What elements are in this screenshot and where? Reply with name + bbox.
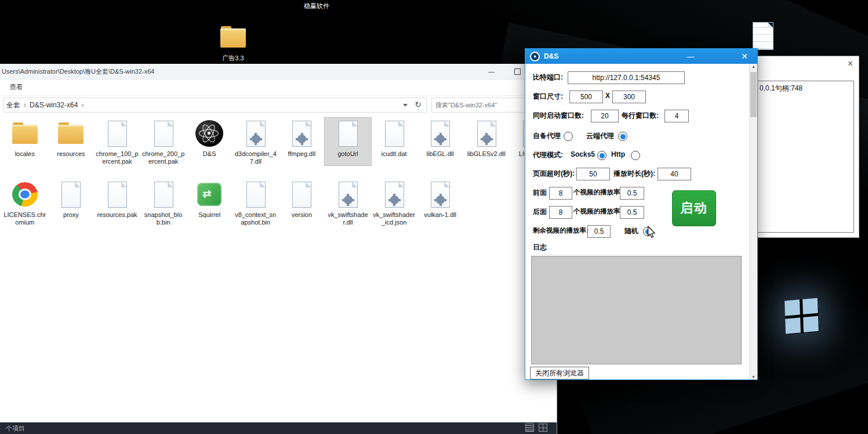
desktop-background: 广告3.3 稳赢软件 Users\Administrator\Desktop\撸… (0, 0, 868, 434)
dns-app-window: D&S — ✕ 比特端口: 窗口尺寸: X 同时启动窗口数: 每行窗口数: (525, 48, 758, 380)
document-icon (150, 180, 177, 209)
close-button[interactable]: ✕ (733, 49, 756, 64)
socks5-radio[interactable] (597, 151, 606, 160)
explorer-address-row: 全套 › D&S-win32-x64 › ↻ (0, 95, 557, 115)
folder-icon (11, 120, 39, 149)
explorer-title-path: Users\Administrator\Desktop\撸U全套\D&S-win… (2, 67, 154, 76)
scrollbar[interactable]: ▲ ▼ (749, 64, 757, 379)
minimize-button[interactable]: — (478, 64, 504, 79)
minimize-button[interactable]: — (679, 49, 702, 64)
scroll-down-icon[interactable]: ▼ (750, 375, 757, 379)
dns-titlebar[interactable]: D&S — ✕ (525, 49, 757, 64)
file-item[interactable]: version (279, 179, 325, 226)
port-input[interactable] (568, 71, 685, 84)
file-item[interactable]: v8_context_snapshot.bin (233, 179, 279, 226)
breadcrumb-root[interactable]: 全套 (6, 100, 20, 110)
desktop-icon-ad-folder[interactable]: 广告3.3 (215, 23, 252, 63)
gear-doc-icon (426, 120, 454, 149)
file-item[interactable]: locales (2, 118, 48, 165)
scroll-up-icon[interactable]: ▲ (750, 64, 757, 68)
front-rate-input[interactable] (620, 187, 644, 200)
desktop-icon-label-winsoft[interactable]: 稳赢软件 (304, 2, 329, 10)
mouse-cursor (647, 226, 656, 238)
document-icon (288, 180, 315, 209)
desktop-icon-text-doc[interactable] (744, 22, 782, 50)
file-label: resources (57, 150, 85, 158)
file-grid-row: LICENSES.chromium proxy resources.pak sn… (2, 179, 463, 226)
window-width-input[interactable] (569, 91, 603, 103)
file-item-selected[interactable]: gotoUrl (325, 118, 371, 165)
file-label: proxy (63, 211, 79, 219)
page-timeout-input[interactable] (576, 168, 610, 180)
remaining-rate-input[interactable] (587, 225, 611, 238)
play-duration-input[interactable] (658, 168, 691, 180)
file-item[interactable]: vk_swiftshader.dll (325, 179, 371, 226)
remaining-rate-label: 剩余视频的播放率: (533, 226, 589, 235)
file-item[interactable]: ffmpeg.dll (279, 118, 325, 165)
file-item[interactable]: D&S (186, 118, 233, 165)
file-label: Squirrel (198, 211, 220, 219)
cloud-proxy-radio[interactable] (618, 132, 627, 141)
file-grid-row: locales resources chrome_100_percent.pak… (2, 118, 555, 165)
random-label: 随机 (624, 226, 638, 236)
gear-doc-icon (334, 180, 362, 209)
window-height-input[interactable] (612, 91, 646, 103)
file-label: snapshot_blob.bin (142, 211, 185, 226)
file-item[interactable]: icudtl.dat (371, 118, 417, 165)
concurrent-windows-input[interactable] (591, 110, 619, 122)
explorer-window: Users\Administrator\Desktop\撸U全套\D&S-win… (0, 64, 557, 434)
chrome-icon (11, 180, 39, 209)
menu-view[interactable]: 查看 (9, 82, 23, 92)
gear-doc-icon (380, 180, 408, 209)
file-item[interactable]: resources.pak (94, 179, 140, 226)
file-item[interactable]: d3dcompiler_47.dll (233, 118, 279, 165)
file-label: locales (15, 150, 35, 158)
address-bar[interactable]: 全套 › D&S-win32-x64 › ↻ (3, 97, 427, 113)
file-item[interactable]: libGLESv2.dll (463, 118, 510, 165)
address-dropdown-icon[interactable] (403, 104, 408, 107)
file-item[interactable]: resources (48, 118, 95, 165)
file-item[interactable]: snapshot_blob.bin (140, 179, 187, 226)
file-label: libEGL.dll (427, 150, 454, 158)
squirrel-icon (195, 180, 223, 209)
thumbnail-view-icon[interactable] (539, 424, 547, 432)
file-item[interactable]: Squirrel (186, 179, 233, 226)
file-label: libGLESv2.dll (467, 150, 506, 158)
page-timeout-label: 页面超时(秒): (533, 169, 575, 179)
log-line: 0.0.1句柄:748 (760, 84, 802, 93)
document-icon (242, 180, 270, 209)
log-label: 日志 (533, 243, 547, 252)
back-rate-input[interactable] (620, 206, 644, 219)
start-button[interactable]: 启动 (672, 190, 716, 226)
refresh-icon[interactable]: ↻ (415, 100, 422, 109)
cloud-proxy-label: 云端代理 (586, 131, 614, 141)
file-item[interactable]: proxy (48, 179, 95, 226)
file-item[interactable]: libEGL.dll (417, 118, 463, 165)
back-count-input[interactable] (549, 206, 572, 219)
per-row-label: 每行窗口数: (622, 111, 659, 121)
port-label: 比特端口: (533, 73, 563, 82)
document-icon (103, 180, 131, 209)
file-label: vk_swiftshader_icd.json (373, 211, 416, 226)
file-item[interactable]: vk_swiftshader_icd.json (371, 179, 417, 226)
explorer-titlebar[interactable]: Users\Administrator\Desktop\撸U全套\D&S-win… (0, 64, 557, 79)
own-proxy-radio[interactable] (564, 132, 573, 141)
file-item[interactable]: LICENSES.chromium (2, 179, 48, 226)
maximize-icon (514, 68, 521, 75)
proxy-mode-label: 代理模式: (533, 150, 563, 160)
list-view-icon[interactable] (525, 424, 534, 432)
breadcrumb-current[interactable]: D&S-win32-x64 (30, 101, 78, 109)
per-row-input[interactable] (664, 110, 689, 122)
file-item[interactable]: vulkan-1.dll (417, 179, 463, 226)
document-icon (380, 120, 408, 149)
size-x-separator: X (605, 92, 610, 100)
close-all-browsers-button[interactable]: 关闭所有浏览器 (530, 367, 589, 379)
close-icon[interactable]: × (848, 59, 853, 69)
http-radio[interactable] (631, 151, 640, 160)
file-item[interactable]: chrome_100_percent.pak (94, 118, 140, 165)
scrollbar-thumb[interactable] (750, 72, 757, 117)
file-item[interactable]: chrome_200_percent.pak (140, 118, 187, 165)
back-rate-label: 个视频的播放率: (573, 207, 622, 216)
front-count-input[interactable] (549, 187, 572, 200)
log-output-area[interactable] (531, 256, 742, 364)
